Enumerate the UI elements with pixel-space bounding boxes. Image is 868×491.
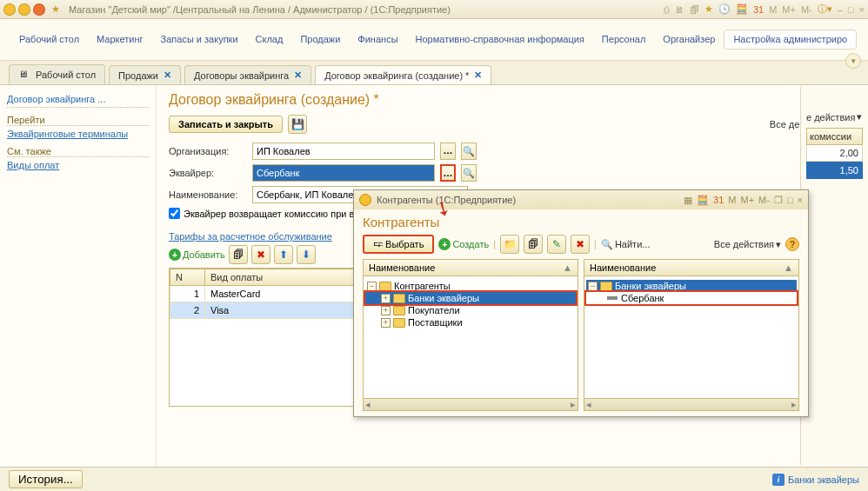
section-organizer[interactable]: Органайзер: [654, 30, 724, 49]
tab-sales[interactable]: Продажи ✕: [109, 65, 181, 84]
tree-node[interactable]: +Поставщики: [365, 316, 576, 328]
side-all-actions[interactable]: е действия ▾: [806, 111, 863, 123]
dialog-all-actions[interactable]: Все действия ▾: [714, 239, 781, 250]
section-personnel[interactable]: Персонал: [593, 30, 655, 49]
m-icon[interactable]: M: [769, 4, 777, 15]
tree-node[interactable]: Сбербанк: [586, 292, 797, 304]
section-admin[interactable]: Настройка администриро: [724, 30, 857, 50]
expand-icon[interactable]: +: [381, 306, 391, 315]
col-n[interactable]: N: [170, 269, 205, 286]
section-stock[interactable]: Запасы и закупки: [152, 30, 247, 49]
new-folder-icon[interactable]: 📁: [500, 235, 519, 254]
acquirer-choose-button[interactable]: …: [440, 164, 456, 182]
calendar-icon[interactable]: 31: [713, 195, 724, 205]
dialog-close-icon[interactable]: ×: [798, 195, 803, 205]
collapse-icon[interactable]: −: [367, 282, 377, 291]
section-refdata[interactable]: Нормативно-справочная информация: [407, 30, 593, 49]
acquirer-input[interactable]: [252, 164, 435, 182]
m-plus-icon[interactable]: M+: [740, 195, 754, 205]
tab-close-icon[interactable]: ✕: [474, 70, 482, 81]
doc-icon[interactable]: 🗎: [675, 4, 684, 15]
dialog-maximize-icon[interactable]: □: [787, 195, 793, 205]
tab-close-icon[interactable]: ✕: [294, 70, 302, 81]
expand-icon[interactable]: +: [381, 318, 391, 328]
create-button[interactable]: +Создать: [438, 238, 489, 250]
nav-header: Договор эквайринга ...: [7, 94, 149, 108]
grid-icon[interactable]: ▦: [684, 195, 692, 206]
calc-icon[interactable]: 🧮: [736, 3, 748, 15]
delete-icon[interactable]: ✖: [571, 235, 590, 254]
add-row-button[interactable]: +Добавить: [169, 249, 225, 261]
section-desktop[interactable]: Рабочий стол: [10, 30, 88, 49]
tab-close-icon[interactable]: ✕: [164, 70, 171, 81]
tab-acq-contract-new[interactable]: Договор эквайринга (создание) * ✕: [315, 65, 491, 84]
clock-icon[interactable]: 🕓: [718, 3, 731, 15]
window-title: Магазин "Детский мир" /Центральный на Ле…: [69, 4, 664, 15]
hscrollbar[interactable]: ◂▸: [584, 398, 798, 410]
hscrollbar[interactable]: ◂▸: [364, 398, 578, 410]
help-icon[interactable]: ?: [785, 237, 799, 251]
save-icon[interactable]: 💾: [288, 115, 307, 134]
tree-node[interactable]: −Банки эквайеры: [586, 280, 797, 292]
section-sales[interactable]: Продажи: [291, 30, 349, 49]
section-warehouse[interactable]: Склад: [247, 30, 292, 49]
tariffs-header[interactable]: Тарифы за расчетное обслуживание: [169, 231, 332, 242]
tree-node[interactable]: −Контрагенты: [365, 280, 576, 292]
copy-icon[interactable]: 🗐: [690, 4, 699, 15]
nav-back-icon[interactable]: [3, 3, 16, 16]
return-commission-checkbox[interactable]: [169, 208, 180, 219]
section-finance[interactable]: Финансы: [349, 30, 406, 49]
fav-icon[interactable]: ★: [704, 3, 713, 15]
star-icon[interactable]: ★: [51, 3, 60, 15]
print-icon[interactable]: ⎙: [664, 4, 670, 15]
calendar-icon[interactable]: 31: [753, 4, 764, 15]
select-button[interactable]: ⮓ Выбрать: [363, 235, 434, 254]
find-button[interactable]: 🔍 Найти...: [601, 239, 651, 250]
col-commission[interactable]: комиссии: [806, 128, 863, 145]
org-choose-button[interactable]: …: [440, 143, 456, 160]
move-up-icon[interactable]: ⬆: [274, 245, 293, 264]
history-button[interactable]: История...: [9, 470, 83, 488]
info-icon[interactable]: ⓘ▾: [818, 3, 832, 16]
tree-node[interactable]: +Банки эквайеры: [365, 292, 576, 304]
minimize-icon[interactable]: –: [838, 4, 843, 15]
folder-icon: [393, 306, 405, 315]
sections-overflow-icon[interactable]: ▾: [845, 53, 861, 69]
dialog-restore-icon[interactable]: ❐: [774, 195, 783, 206]
acquirer-search-icon[interactable]: 🔍: [461, 164, 477, 182]
org-search-icon[interactable]: 🔍: [461, 143, 477, 160]
copy-row-icon[interactable]: 🗐: [229, 245, 248, 264]
tab-desktop[interactable]: 🖥 Рабочий стол: [9, 64, 105, 84]
m-minus-icon[interactable]: M-: [801, 4, 812, 15]
tree-node[interactable]: +Покупатели: [365, 304, 576, 316]
m-minus-icon[interactable]: M-: [758, 195, 770, 205]
m-icon[interactable]: M: [728, 195, 736, 205]
nav-stop-icon[interactable]: [33, 3, 45, 16]
m-plus-icon[interactable]: M+: [782, 4, 796, 15]
sort-asc-icon[interactable]: ▲: [784, 262, 793, 273]
move-down-icon[interactable]: ⬇: [297, 245, 316, 264]
section-marketing[interactable]: Маркетинг: [88, 30, 151, 49]
tree-col-name[interactable]: Наименование: [369, 262, 435, 273]
item-icon: [607, 296, 618, 300]
maximize-icon[interactable]: □: [848, 4, 854, 15]
copy-icon[interactable]: 🗐: [524, 235, 543, 254]
nav-link-terminals[interactable]: Эквайринговые терминалы: [7, 129, 149, 139]
tree-col-name[interactable]: Наименование: [590, 262, 656, 273]
nav-fwd-icon[interactable]: [18, 3, 30, 16]
close-icon[interactable]: ×: [859, 4, 865, 15]
nav-link-paytypes[interactable]: Виды оплат: [7, 160, 149, 170]
edit-icon[interactable]: ✎: [547, 235, 566, 254]
save-close-button[interactable]: Записать и закрыть: [169, 116, 283, 133]
expand-icon[interactable]: +: [381, 294, 391, 303]
folder-icon: [393, 318, 405, 328]
delete-row-icon[interactable]: ✖: [251, 245, 270, 264]
calc-icon[interactable]: 🧮: [697, 195, 709, 206]
tab-acq-contracts[interactable]: Договоры эквайринга ✕: [184, 65, 311, 84]
status-hint[interactable]: i Банки эквайеры: [772, 474, 859, 486]
org-input[interactable]: [252, 143, 435, 160]
collapse-icon[interactable]: −: [588, 282, 598, 291]
nav-group-goto: Перейти: [7, 115, 149, 126]
nav-group-seealso: См. также: [7, 146, 149, 157]
sort-asc-icon[interactable]: ▲: [563, 262, 572, 273]
